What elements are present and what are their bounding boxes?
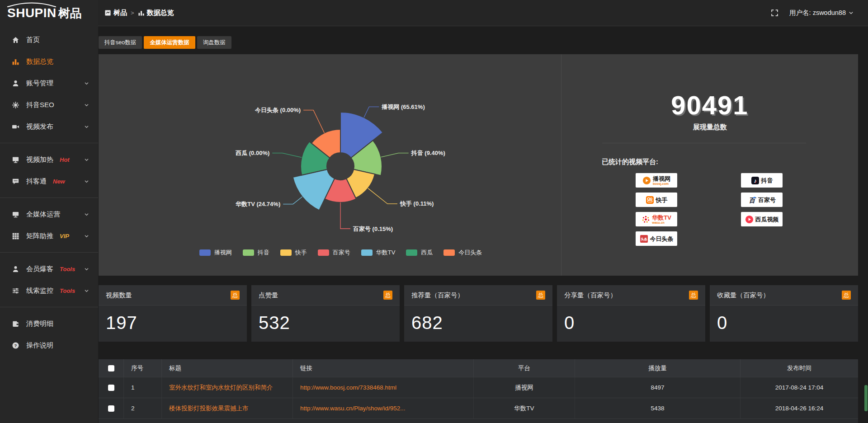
sidebar-item-data-overview[interactable]: 数据总览: [0, 51, 98, 72]
sidebar-item-badge: Hot: [60, 156, 70, 163]
sidebar-item-home[interactable]: 首页: [0, 29, 98, 51]
platforms-label: 已统计的视频平台:: [602, 158, 858, 166]
cell-url-link[interactable]: http://www.boosj.com/7338468.html: [293, 377, 474, 398]
select-all-checkbox[interactable]: [108, 365, 114, 371]
sidebar-item-video-heat[interactable]: 视频加热Hot: [0, 149, 98, 170]
cell-url-link[interactable]: http://www.wasu.cn/Play/show/id/952...: [293, 398, 474, 418]
sidebar-item-media-operation[interactable]: 全媒体运营: [0, 203, 98, 225]
sidebar-item-matrix-boost[interactable]: 矩阵助推VIP: [0, 225, 98, 247]
sidebar-item-member-baoke[interactable]: 会员爆客Tools: [0, 258, 98, 280]
legend-swatch: [361, 249, 373, 256]
pie-label-line-西瓜: [272, 153, 302, 158]
legend-item-抖音[interactable]: 抖音: [243, 249, 269, 257]
chevron-down-icon: [84, 234, 89, 239]
row-checkbox[interactable]: [108, 385, 114, 391]
summary-divider: [602, 143, 806, 143]
legend-item-快手[interactable]: 快手: [280, 249, 307, 257]
sliders-icon: [12, 287, 19, 295]
chevron-down-icon: [84, 157, 89, 162]
breadcrumb-current[interactable]: 数据总览: [138, 9, 174, 17]
stat-card-value: 682: [404, 306, 552, 333]
page-scrollbar-thumb[interactable]: [864, 385, 868, 411]
video-camera-icon: [12, 123, 19, 131]
table-row-partial: [99, 419, 858, 423]
cell-title-link[interactable]: 室外水纹灯和室内水纹灯的区别和简介: [162, 377, 293, 398]
bar-chart-icon: [12, 58, 19, 66]
tab-1[interactable]: 抖音seo数据: [99, 36, 142, 49]
sidebar-item-label: 消费明细: [26, 320, 53, 328]
chevron-down-icon: [84, 212, 89, 217]
pie-slice-华数TV[interactable]: [293, 169, 335, 211]
platform-badge-text: 播视网boosj.com: [653, 176, 670, 185]
legend-item-西瓜[interactable]: 西瓜: [406, 249, 433, 257]
app-logo: SHUPIN 树品: [0, 0, 98, 26]
sidebar-item-label: 抖客通: [26, 177, 47, 186]
row-checkbox[interactable]: [108, 405, 114, 412]
legend-item-百家号[interactable]: 百家号: [318, 249, 350, 257]
fullscreen-icon[interactable]: [771, 9, 778, 17]
platform-badge-text: 华数TVwasu.cn: [652, 215, 671, 224]
sidebar-item-clue-monitor[interactable]: 线索监控Tools: [0, 280, 98, 301]
user-menu[interactable]: 用户名: zswodun88: [789, 9, 854, 17]
stat-card-header: 收藏量（百家号）总: [710, 285, 858, 306]
cell-publish-time: 2017-08-24 17:04: [741, 377, 858, 398]
pie-label-line-今日头条: [303, 110, 324, 133]
sidebar-item-badge: New: [53, 178, 65, 185]
chevron-down-icon: [84, 124, 89, 129]
platform-badges-right: ♪♪♪抖音百百家号西瓜视频: [741, 173, 783, 246]
row-checkbox-cell: [99, 398, 124, 418]
platform-subtext: wasu.cn: [652, 221, 671, 224]
table-header-cell: 发布时间: [741, 359, 858, 377]
wasu-icon: [642, 215, 650, 224]
sidebar: SHUPIN 树品 首页数据总览账号管理抖音SEO视频发布视频加热Hot抖客通N…: [0, 0, 98, 423]
stat-card: 视频数量总197: [99, 285, 247, 342]
cell-title-link[interactable]: 楼体投影灯投影效果震撼上市: [162, 398, 293, 418]
platform-name: 华数TV: [652, 215, 671, 221]
legend-item-播视网[interactable]: 播视网: [199, 249, 232, 257]
sidebar-item-label: 操作说明: [26, 341, 53, 350]
stat-card-value: 197: [99, 306, 247, 333]
sidebar-item-badge: Tools: [60, 266, 75, 273]
screen-icon: [12, 156, 19, 164]
sidebar-item-douketong[interactable]: 抖客通New: [0, 170, 98, 192]
sidebar-item-badge: VIP: [60, 233, 69, 240]
tab-3[interactable]: 询盘数据: [197, 36, 231, 49]
platform-badge-text: 百家号: [758, 197, 776, 203]
legend-item-今日头条[interactable]: 今日头条: [443, 249, 482, 257]
stat-card-title: 分享量（百家号）: [564, 291, 617, 300]
pie-label-今日头条: 今日头条 (0.00%): [255, 107, 301, 113]
cell-views: 8497: [575, 377, 741, 398]
table-header-cell: 播放量: [575, 359, 741, 377]
platform-badge-text: 抖音: [761, 178, 773, 183]
boosj-icon: [642, 176, 651, 185]
tab-2[interactable]: 全媒体运营数据: [144, 36, 195, 49]
chevron-down-icon: [84, 103, 89, 108]
rose-pie-chart: 播视网 (65.61%)抖音 (9.40%)快手 (0.11%)百家号 (0.1…: [99, 54, 561, 267]
stat-card-title: 视频数量: [106, 291, 132, 300]
legend-label: 快手: [295, 249, 307, 257]
chart-section: 播视网 (65.61%)抖音 (9.40%)快手 (0.11%)百家号 (0.1…: [99, 54, 561, 276]
platform-badges: 播视网boosj.com快手华数TVwasu.cn头条今日头条 ♪♪♪抖音百百家…: [636, 173, 783, 246]
data-tabs: 抖音seo数据全媒体运营数据询盘数据: [99, 36, 858, 49]
sidebar-item-account-manage[interactable]: 账号管理: [0, 72, 98, 94]
sidebar-divider: [0, 307, 98, 307]
svg-text:♪: ♪: [754, 178, 756, 184]
sidebar-item-operation-guide[interactable]: ?操作说明: [0, 334, 98, 356]
home-icon: [12, 36, 19, 44]
table-header-cell: 平台: [474, 359, 575, 377]
grid-icon: [12, 232, 19, 240]
sidebar-item-video-publish[interactable]: 视频发布: [0, 116, 98, 137]
kuaishou-icon: [646, 196, 654, 204]
sidebar-item-douyin-seo[interactable]: 抖音SEO: [0, 94, 98, 116]
sidebar-item-label: 数据总览: [26, 57, 53, 66]
legend-label: 华数TV: [376, 249, 396, 257]
legend-item-华数TV[interactable]: 华数TV: [361, 249, 396, 257]
breadcrumb: 树品 > 数据总览: [104, 9, 174, 17]
stat-card-header: 点赞量总: [251, 285, 400, 306]
stat-card-value: 0: [710, 306, 858, 333]
breadcrumb-root[interactable]: 树品: [104, 9, 127, 17]
sidebar-item-consume-detail[interactable]: 消费明细: [0, 313, 98, 334]
svg-text:头条: 头条: [641, 237, 648, 241]
cell-platform: 播视网: [474, 377, 575, 398]
logo-arc-decoration: [6, 2, 57, 8]
